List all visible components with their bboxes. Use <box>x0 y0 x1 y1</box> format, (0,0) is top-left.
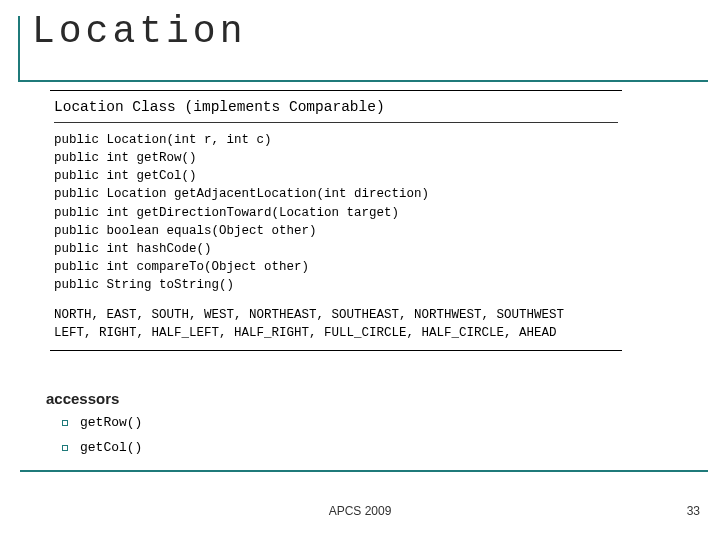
class-constants-list: NORTH, EAST, SOUTH, WEST, NORTHEAST, SOU… <box>54 306 618 342</box>
bottom-rule <box>20 470 708 472</box>
class-definition-box: Location Class (implements Comparable) p… <box>50 90 622 351</box>
list-item: getCol() <box>80 440 142 455</box>
accessors-section: accessors getRow() getCol() <box>46 390 142 465</box>
title-rule-horizontal <box>18 80 708 82</box>
slide-title: Location <box>32 10 246 53</box>
class-box-divider <box>54 122 618 123</box>
footer-center: APCS 2009 <box>0 504 720 518</box>
accessors-list: getRow() getCol() <box>46 415 142 455</box>
accessors-heading: accessors <box>46 390 142 407</box>
class-box-heading: Location Class (implements Comparable) <box>54 97 618 118</box>
list-item: getRow() <box>80 415 142 430</box>
class-methods-list: public Location(int r, int c) public int… <box>54 131 618 294</box>
slide: Location Location Class (implements Comp… <box>0 0 720 540</box>
title-rule-vertical <box>18 16 20 82</box>
page-number: 33 <box>687 504 700 518</box>
